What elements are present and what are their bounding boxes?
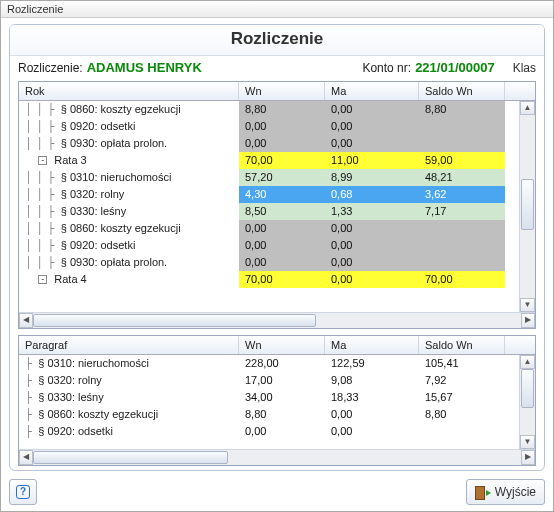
col-wn-b[interactable]: Wn: [239, 336, 325, 354]
cell-ma: 122,59: [325, 355, 419, 372]
cell-ma: 9,08: [325, 372, 419, 389]
cell-ma: 0,00: [325, 135, 419, 152]
table-row[interactable]: │ │ ├ § 0930: opłata prolon.0,000,00: [19, 254, 535, 271]
window: Rozliczenie Rozliczenie Rozliczenie: ADA…: [0, 0, 554, 512]
footer: ? Wyjście: [1, 475, 553, 511]
row-label: § 0310: nieruchomości: [38, 355, 149, 372]
table-row[interactable]: - Rata 370,0011,0059,00: [19, 152, 535, 169]
cell-saldo-wn: 15,67: [419, 389, 505, 406]
cell-wn: 0,00: [239, 118, 325, 135]
cell-ma: 0,00: [325, 271, 419, 288]
exit-icon: [475, 485, 489, 499]
cell-wn: 8,80: [239, 406, 325, 423]
cell-wn: 70,00: [239, 271, 325, 288]
table-row[interactable]: │ │ ├ § 0860: koszty egzekucji8,800,008,…: [19, 101, 535, 118]
table-row[interactable]: │ │ ├ § 0310: nieruchomości57,208,9948,2…: [19, 169, 535, 186]
table-row[interactable]: ├ § 0320: rolny17,009,087,92: [19, 372, 535, 389]
bot-hscrollbar[interactable]: ◀ ▶: [19, 449, 535, 465]
bottom-table-body[interactable]: ├ § 0310: nieruchomości228,00122,59105,4…: [19, 355, 535, 449]
row-label: § 0320: rolny: [38, 372, 102, 389]
bot-vscrollbar[interactable]: ▲ ▼: [519, 355, 535, 449]
tree-expander-icon[interactable]: -: [38, 275, 47, 284]
col-paragraf[interactable]: Paragraf: [19, 336, 239, 354]
cell-saldo-wn: 7,17: [419, 203, 505, 220]
window-title: Rozliczenie: [1, 1, 553, 18]
cell-ma: 18,33: [325, 389, 419, 406]
table-row[interactable]: │ │ ├ § 0320: rolny4,300,683,62: [19, 186, 535, 203]
table-row[interactable]: │ │ ├ § 0330: leśny8,501,337,17: [19, 203, 535, 220]
bottom-table-header: Paragraf Wn Ma Saldo Wn: [19, 336, 535, 355]
top-table-header: Rok Wn Ma Saldo Wn: [19, 82, 535, 101]
cell-ma: 8,99: [325, 169, 419, 186]
cell-ma: 11,00: [325, 152, 419, 169]
col-saldo-wn[interactable]: Saldo Wn: [419, 82, 505, 100]
konto-label: Konto nr:: [362, 61, 411, 75]
col-ma-b[interactable]: Ma: [325, 336, 419, 354]
cell-saldo-wn: [419, 118, 505, 135]
table-row[interactable]: ├ § 0920: odsetki0,000,00: [19, 423, 535, 440]
exit-label: Wyjście: [495, 485, 536, 499]
cell-ma: 1,33: [325, 203, 419, 220]
help-button[interactable]: ?: [9, 479, 37, 505]
scroll-left-icon[interactable]: ◀: [19, 450, 33, 465]
table-row[interactable]: │ │ ├ § 0920: odsetki0,000,00: [19, 118, 535, 135]
table-row[interactable]: - Rata 470,000,0070,00: [19, 271, 535, 288]
scroll-down-icon[interactable]: ▼: [520, 435, 535, 449]
col-ma[interactable]: Ma: [325, 82, 419, 100]
scroll-down-icon[interactable]: ▼: [520, 298, 535, 312]
cell-wn: 4,30: [239, 186, 325, 203]
scroll-up-icon[interactable]: ▲: [520, 355, 535, 369]
cell-wn: 228,00: [239, 355, 325, 372]
cell-saldo-wn: 7,92: [419, 372, 505, 389]
row-label: Rata 3: [54, 152, 86, 169]
cell-wn: 0,00: [239, 135, 325, 152]
table-row[interactable]: ├ § 0330: leśny34,0018,3315,67: [19, 389, 535, 406]
table-row[interactable]: │ │ ├ § 0920: odsetki0,000,00: [19, 237, 535, 254]
cell-saldo-wn: [419, 135, 505, 152]
cell-saldo-wn: [419, 423, 505, 440]
cell-saldo-wn: 8,80: [419, 101, 505, 118]
table-row[interactable]: │ │ ├ § 0930: opłata prolon.0,000,00: [19, 135, 535, 152]
col-saldo-wn-b[interactable]: Saldo Wn: [419, 336, 505, 354]
row-label: § 0920: odsetki: [38, 423, 113, 440]
top-vscrollbar[interactable]: ▲ ▼: [519, 101, 535, 312]
scroll-right-icon[interactable]: ▶: [521, 450, 535, 465]
cell-saldo-wn: 105,41: [419, 355, 505, 372]
cell-ma: 0,00: [325, 220, 419, 237]
row-label: § 0860: koszty egzekucji: [61, 101, 181, 118]
scroll-right-icon[interactable]: ▶: [521, 313, 535, 328]
info-row: Rozliczenie: ADAMUS HENRYK Konto nr: 221…: [10, 56, 544, 79]
cell-saldo-wn: 70,00: [419, 271, 505, 288]
row-label: § 0310: nieruchomości: [61, 169, 172, 186]
scroll-up-icon[interactable]: ▲: [520, 101, 535, 115]
cell-wn: 70,00: [239, 152, 325, 169]
cell-ma: 0,00: [325, 406, 419, 423]
panel-title: Rozliczenie: [10, 25, 544, 56]
top-hscrollbar[interactable]: ◀ ▶: [19, 312, 535, 328]
row-label: § 0860: koszty egzekucji: [38, 406, 158, 423]
col-wn[interactable]: Wn: [239, 82, 325, 100]
cell-saldo-wn: 3,62: [419, 186, 505, 203]
table-row[interactable]: ├ § 0310: nieruchomości228,00122,59105,4…: [19, 355, 535, 372]
cell-saldo-wn: 48,21: [419, 169, 505, 186]
cell-wn: 0,00: [239, 220, 325, 237]
cell-saldo-wn: [419, 254, 505, 271]
cell-wn: 57,20: [239, 169, 325, 186]
row-label: § 0320: rolny: [61, 186, 125, 203]
tree-expander-icon[interactable]: -: [38, 156, 47, 165]
klas-trim: Klas: [513, 61, 536, 75]
exit-button[interactable]: Wyjście: [466, 479, 545, 505]
row-label: § 0330: leśny: [38, 389, 103, 406]
konto-value: 221/01/00007: [415, 60, 495, 75]
main-panel: Rozliczenie Rozliczenie: ADAMUS HENRYK K…: [9, 24, 545, 471]
table-row[interactable]: │ │ ├ § 0860: koszty egzekucji0,000,00: [19, 220, 535, 237]
cell-wn: 0,00: [239, 254, 325, 271]
cell-ma: 0,00: [325, 254, 419, 271]
cell-wn: 0,00: [239, 237, 325, 254]
row-label: § 0860: koszty egzekucji: [61, 220, 181, 237]
top-table: Rok Wn Ma Saldo Wn │ │ ├ § 0860: koszty …: [18, 81, 536, 329]
top-table-body[interactable]: │ │ ├ § 0860: koszty egzekucji8,800,008,…: [19, 101, 535, 312]
col-rok[interactable]: Rok: [19, 82, 239, 100]
table-row[interactable]: ├ § 0860: koszty egzekucji8,800,008,80: [19, 406, 535, 423]
scroll-left-icon[interactable]: ◀: [19, 313, 33, 328]
